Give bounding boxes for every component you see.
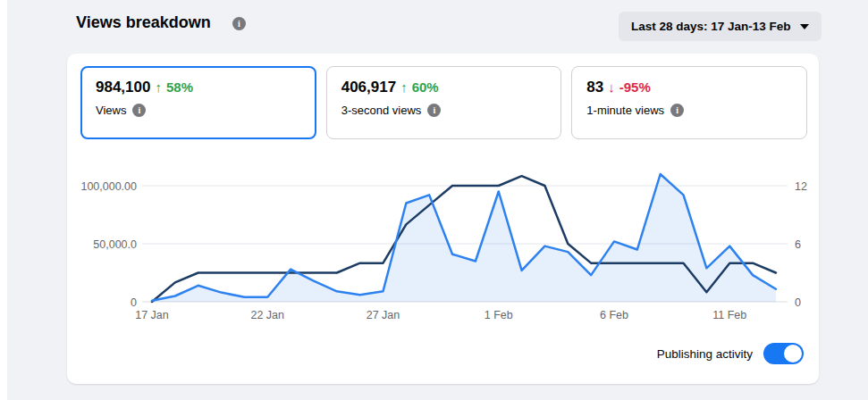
toggle-knob xyxy=(784,345,802,362)
right-axis-tick-label: 0 xyxy=(795,296,801,309)
x-axis-tick-label: 27 Jan xyxy=(367,309,400,321)
x-axis-tick-label: 11 Feb xyxy=(712,309,746,321)
left-axis-tick-label: 50,000.0 xyxy=(93,238,137,251)
publishing-activity-toggle[interactable] xyxy=(763,343,804,364)
x-axis-tick-label: 17 Jan xyxy=(135,309,169,321)
x-axis-tick-label: 22 Jan xyxy=(250,309,284,321)
page-title: Views breakdown xyxy=(76,13,211,32)
chevron-down-icon xyxy=(800,24,809,29)
right-axis-tick-label: 6 xyxy=(795,238,801,251)
x-axis-tick-label: 1 Feb xyxy=(485,309,513,321)
section-header: Views breakdown Last 28 days: 17 Jan-13 … xyxy=(7,0,868,54)
views-breakdown-section: Views breakdown Last 28 days: 17 Jan-13 … xyxy=(7,0,868,400)
date-range-label: Last 28 days: 17 Jan-13 Feb xyxy=(631,20,791,33)
publishing-activity-label: Publishing activity xyxy=(657,347,753,361)
info-icon[interactable] xyxy=(232,17,246,30)
views-chart[interactable]: 050,000.0100,000.00061217 Jan22 Jan27 Ja… xyxy=(67,54,819,384)
chart-footer: Publishing activity xyxy=(657,343,804,364)
left-axis-tick-label: 100,000.00 xyxy=(80,180,137,193)
left-edge-strip xyxy=(0,0,7,400)
x-axis-tick-label: 6 Feb xyxy=(600,309,628,321)
right-axis-tick-label: 12 xyxy=(795,180,807,193)
date-range-selector[interactable]: Last 28 days: 17 Jan-13 Feb xyxy=(619,12,822,41)
views-breakdown-card: 984,100 ↑ 58% Views 406,917 ↑ 60% 3-seco… xyxy=(67,54,819,384)
left-axis-tick-label: 0 xyxy=(131,296,137,309)
